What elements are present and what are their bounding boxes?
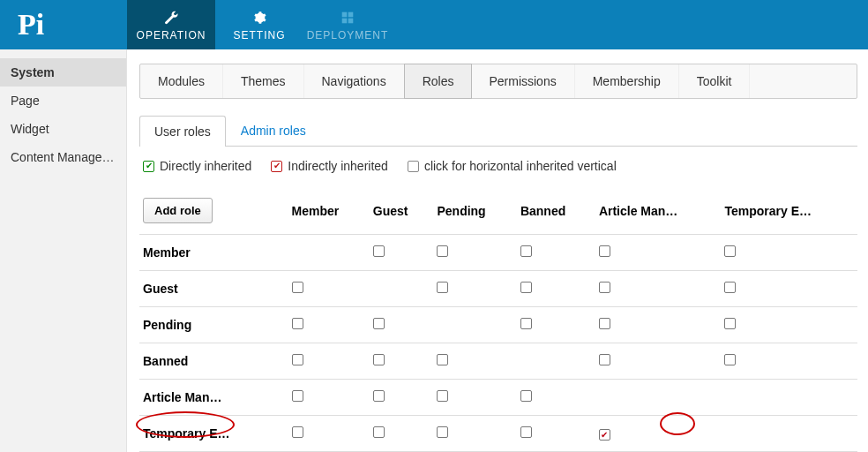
row-label: Guest — [139, 271, 288, 307]
legend-direct-icon — [143, 161, 154, 172]
topnav-label: OPERATION — [137, 29, 206, 41]
col-header: Temporary E… — [721, 187, 857, 235]
logo: Pi — [0, 0, 127, 49]
grid-icon — [341, 9, 354, 26]
inherit-checkbox[interactable] — [724, 354, 736, 365]
tab-themes[interactable]: Themes — [223, 64, 304, 98]
inherit-checkbox[interactable] — [437, 390, 448, 402]
table-row: Pending — [139, 307, 857, 343]
tab-navigations[interactable]: Navigations — [304, 64, 405, 98]
sidebar-item-system[interactable]: System — [0, 58, 126, 87]
table-row: Article Man… — [139, 380, 857, 416]
tab-permissions[interactable]: Permissions — [471, 64, 574, 98]
legend: Directly inherited Indirectly inherited … — [143, 159, 857, 173]
table-row: Temporary E… — [139, 416, 857, 452]
table-row: Guest — [139, 271, 857, 307]
inherit-checkbox[interactable] — [599, 354, 610, 365]
inherit-checkbox[interactable] — [724, 282, 736, 293]
inherit-checkbox[interactable] — [520, 282, 532, 293]
tabbar: ModulesThemesNavigationsRolesPermissions… — [139, 64, 857, 99]
col-header: Article Man… — [595, 187, 722, 235]
subtab-admin-roles[interactable]: Admin roles — [226, 115, 321, 146]
legend-indirect-icon — [271, 161, 282, 172]
inherit-checkbox[interactable] — [292, 426, 303, 438]
row-label: Member — [139, 235, 288, 271]
col-header: Banned — [517, 187, 595, 235]
row-label: Article Man… — [139, 380, 288, 416]
inherit-checkbox[interactable] — [520, 390, 532, 402]
topnav-setting[interactable]: SETTING — [215, 0, 303, 49]
inherit-checkbox[interactable] — [437, 354, 448, 365]
roles-table: Add roleMemberGuestPendingBannedArticle … — [139, 187, 857, 452]
inherit-checkbox[interactable] — [724, 245, 736, 257]
tab-membership[interactable]: Membership — [575, 64, 679, 98]
sidebar: SystemPageWidgetContent Manage… — [0, 49, 127, 452]
topnav-operation[interactable]: OPERATION — [127, 0, 215, 49]
inherit-checkbox[interactable] — [520, 426, 532, 438]
inherit-checkbox[interactable] — [520, 318, 532, 329]
inherit-checkbox[interactable] — [373, 245, 385, 257]
inherit-checkbox[interactable] — [292, 318, 303, 329]
row-label: Temporary E… — [139, 416, 288, 452]
tab-modules[interactable]: Modules — [140, 64, 223, 98]
inherit-checkbox[interactable] — [599, 318, 610, 329]
inherit-checkbox[interactable] — [373, 318, 385, 329]
table-row: Member — [139, 235, 857, 271]
svg-rect-2 — [342, 18, 348, 23]
svg-rect-3 — [348, 18, 354, 23]
inherit-checkbox[interactable] — [373, 426, 385, 438]
sidebar-item-page[interactable]: Page — [0, 87, 126, 115]
subtab-user-roles[interactable]: User roles — [139, 116, 226, 147]
inherit-checkbox[interactable] — [599, 245, 610, 257]
inherit-checkbox[interactable] — [292, 354, 303, 365]
svg-rect-1 — [348, 11, 354, 17]
inherit-checkbox[interactable] — [437, 282, 448, 293]
topnav-deployment[interactable]: DEPLOYMENT — [303, 0, 392, 49]
topnav-label: DEPLOYMENT — [307, 29, 389, 41]
main-content: ModulesThemesNavigationsRolesPermissions… — [127, 49, 868, 452]
subtabs: User rolesAdmin roles — [139, 115, 857, 147]
sidebar-item-content-manage-[interactable]: Content Manage… — [0, 143, 126, 171]
inherit-checkbox[interactable] — [520, 245, 532, 257]
inherit-checkbox[interactable] — [292, 282, 303, 293]
inherit-checkbox[interactable] — [724, 318, 736, 329]
inherit-checkbox[interactable] — [599, 282, 610, 293]
col-header: Pending — [433, 187, 516, 235]
legend-direct-label: Directly inherited — [160, 159, 251, 173]
legend-indirect-label: Indirectly inherited — [288, 159, 388, 173]
svg-rect-0 — [342, 11, 348, 17]
topnav-label: SETTING — [233, 29, 285, 41]
sidebar-item-widget[interactable]: Widget — [0, 115, 126, 143]
col-header: Member — [288, 187, 370, 235]
inherit-checkbox[interactable] — [437, 245, 448, 257]
tab-roles[interactable]: Roles — [404, 64, 473, 99]
inherit-checkbox[interactable] — [292, 390, 303, 402]
tab-toolkit[interactable]: Toolkit — [679, 64, 751, 98]
inherit-checkbox[interactable] — [373, 390, 385, 402]
inherit-checkbox[interactable] — [373, 354, 385, 365]
row-label: Pending — [139, 307, 288, 343]
inherit-checkbox[interactable] — [437, 426, 448, 438]
row-label: Banned — [139, 343, 288, 380]
col-header: Guest — [370, 187, 434, 235]
table-row: Banned — [139, 343, 857, 380]
gear-icon — [252, 9, 266, 26]
topnav: OPERATIONSETTINGDEPLOYMENT — [127, 0, 392, 49]
inherit-checkbox[interactable] — [599, 429, 610, 441]
add-role-button[interactable]: Add role — [143, 198, 213, 223]
topbar: Pi OPERATIONSETTINGDEPLOYMENT — [0, 0, 868, 49]
wrench-icon — [163, 9, 179, 26]
legend-click-label: click for horizontal inherited vertical — [424, 159, 617, 173]
legend-click-icon — [408, 161, 419, 172]
